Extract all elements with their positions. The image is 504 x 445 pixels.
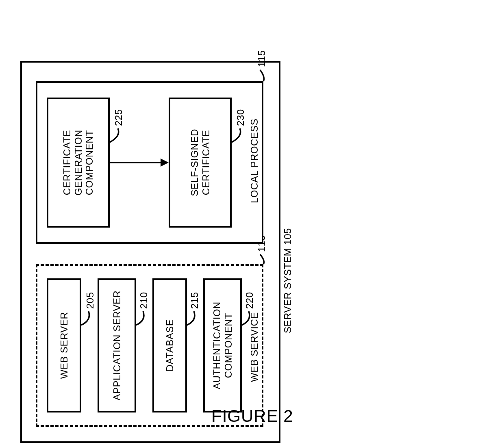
server-system-label: SERVER SYSTEM 105 — [282, 228, 293, 333]
cert-gen-box: CERTIFICATE GENERATION COMPONENT — [47, 98, 110, 228]
database-ref: 215 — [189, 292, 200, 309]
database-label: DATABASE — [164, 319, 176, 371]
self-signed-label: SELF-SIGNED CERTIFICATE — [189, 102, 211, 223]
database-box: DATABASE — [152, 278, 187, 412]
diagram-stage: SERVER SYSTEM 105 WEB SERVICE 110 WEB SE… — [0, 0, 445, 445]
web-server-box: WEB SERVER — [47, 278, 81, 412]
app-server-box: APPLICATION SERVER — [98, 278, 136, 412]
app-server-ref: 210 — [138, 292, 150, 309]
auth-box: AUTHENTICATION COMPONENT — [203, 278, 242, 412]
cert-gen-label: CERTIFICATE GENERATION COMPONENT — [61, 102, 95, 223]
web-server-ref: 205 — [85, 292, 96, 309]
web-server-label: WEB SERVER — [59, 312, 70, 379]
auth-ref: 220 — [244, 292, 255, 309]
local-process-ref: 115 — [256, 50, 267, 67]
local-process-label: LOCAL PROCESS — [249, 119, 260, 203]
cert-gen-ref: 225 — [113, 109, 124, 126]
figure-caption: FIGURE 2 — [211, 406, 293, 426]
self-signed-ref: 230 — [235, 109, 246, 126]
self-signed-box: SELF-SIGNED CERTIFICATE — [169, 98, 232, 228]
auth-label: AUTHENTICATION COMPONENT — [211, 283, 234, 408]
web-service-label: WEB SERVICE — [249, 312, 260, 382]
app-server-label: APPLICATION SERVER — [111, 291, 123, 401]
